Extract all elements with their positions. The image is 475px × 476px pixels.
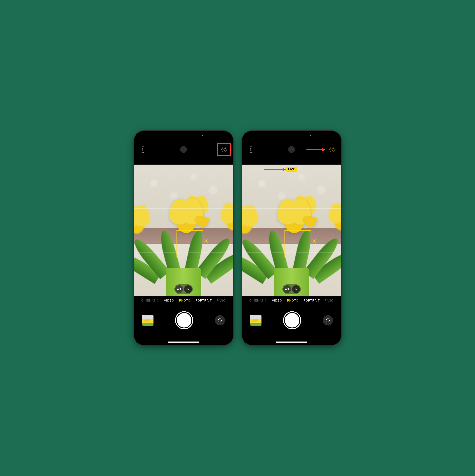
shutter-button[interactable] [284,312,300,328]
camera-flip-button[interactable] [323,315,333,325]
camera-flip-icon [217,318,223,323]
svg-point-14 [330,148,334,151]
privacy-indicator-dot [310,135,311,136]
live-photo-button-wrap [221,147,227,153]
camera-mode-selector[interactable]: CINEMATIC VIDEO PHOTO PORTRAIT PANO [242,299,341,302]
focus-indicator-box[interactable] [284,230,311,257]
flash-button[interactable] [248,147,254,153]
svg-point-17 [313,240,315,242]
annotation-arrow [263,167,286,172]
zoom-1x-button[interactable]: 1× [292,285,300,293]
grid-line [275,165,275,296]
svg-line-24 [315,239,316,240]
annotation-arrow [306,147,326,152]
svg-point-3 [205,240,207,242]
phone-screenshot-right: LIVE 0,5 1× CINEMATIC VIDEO PHOTO [242,131,341,345]
mode-cinematic[interactable]: CINEMATIC [141,299,159,302]
live-photo-button[interactable] [329,147,335,153]
mode-video[interactable]: VIDEO [272,299,282,302]
mode-portrait[interactable]: PORTRAIT [195,299,212,302]
camera-bottom-controls [134,310,233,331]
gallery-thumbnail-button[interactable] [142,315,154,326]
camera-viewfinder[interactable]: LIVE 0,5 1× [242,165,341,296]
zoom-0-5x-button[interactable]: 0,5 [175,285,183,293]
focus-indicator-box[interactable] [176,230,203,257]
camera-settings-chevron-button[interactable] [180,146,187,153]
live-photo-badge: LIVE [286,167,297,172]
exposure-slider-sun[interactable] [312,238,317,243]
gallery-thumbnail-button[interactable] [250,315,262,326]
live-photo-button-wrap [329,147,335,153]
svg-line-22 [313,239,313,240]
shutter-button[interactable] [176,312,192,328]
flash-icon [142,148,144,151]
chevron-up-icon [182,149,185,150]
chevron-up-icon [290,149,293,150]
flash-button[interactable] [140,147,146,153]
svg-line-10 [207,239,208,240]
mode-photo[interactable]: PHOTO [179,299,191,302]
zoom-0-5x-button[interactable]: 0,5 [283,285,291,293]
grid-line [167,165,167,296]
mode-video[interactable]: VIDEO [164,299,174,302]
home-indicator[interactable] [168,341,199,342]
camera-bottom-controls [242,310,341,331]
camera-mode-selector[interactable]: CINEMATIC VIDEO PHOTO PORTRAIT PANO [134,299,233,302]
live-photo-icon [329,147,335,153]
zoom-controls: 0,5 1× [282,284,301,294]
svg-line-25 [313,242,313,243]
zoom-controls: 0,5 1× [174,284,193,294]
camera-settings-chevron-button[interactable] [288,146,295,153]
camera-flip-button[interactable] [215,315,225,325]
zoom-1x-button[interactable]: 1× [184,285,192,293]
privacy-indicator-dot [202,135,203,136]
phone-screenshot-left: 0,5 1× CINEMATIC VIDEO PHOTO PORTRAIT PA… [134,131,233,345]
svg-point-13 [331,149,333,150]
home-indicator[interactable] [276,341,308,342]
mode-pano[interactable]: PANO [217,299,226,302]
flash-icon [250,148,252,151]
svg-line-8 [205,239,205,240]
mode-photo[interactable]: PHOTO [287,299,299,302]
exposure-sun-icon [312,238,317,243]
svg-line-9 [207,242,208,243]
mode-pano[interactable]: PANO [325,299,334,302]
annotation-highlight-box [217,143,231,156]
exposure-slider-sun[interactable] [204,238,209,243]
grid-line [242,208,341,209]
mode-portrait[interactable]: PORTRAIT [303,299,320,302]
svg-line-23 [315,242,316,243]
camera-top-controls [134,143,233,156]
camera-top-controls [242,143,341,156]
grid-line [134,208,233,209]
camera-viewfinder[interactable]: 0,5 1× [134,165,233,296]
mode-cinematic[interactable]: CINEMATIC [249,299,267,302]
camera-flip-icon [325,318,331,323]
svg-line-11 [205,242,205,243]
exposure-sun-icon [204,238,209,243]
